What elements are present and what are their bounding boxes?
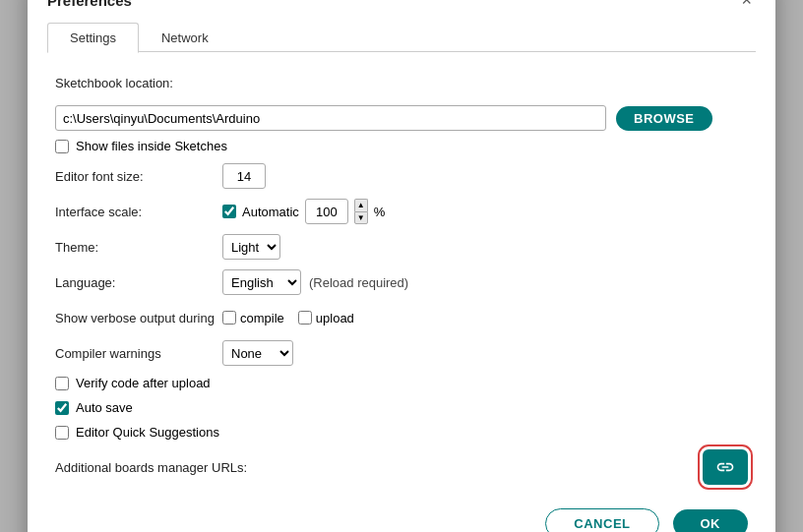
close-button[interactable]: ×	[737, 0, 756, 11]
verify-code-row: Verify code after upload	[55, 376, 748, 390]
scale-down-button[interactable]: ▼	[354, 211, 368, 224]
sketchbook-path-row: BROWSE	[55, 105, 748, 131]
auto-save-row: Auto save	[55, 400, 748, 415]
editor-font-size-label: Editor font size:	[55, 169, 222, 184]
quick-suggestions-label: Editor Quick Suggestions	[76, 425, 219, 440]
dialog-header: Preferences ×	[28, 0, 775, 11]
boards-url-row: Additional boards manager URLs:	[55, 449, 748, 485]
compile-label: compile	[240, 311, 284, 325]
scale-controls: Automatic ▲ ▼ %	[222, 199, 385, 224]
boards-url-label: Additional boards manager URLs:	[55, 460, 703, 475]
reload-hint: (Reload required)	[309, 275, 408, 290]
sketchbook-label: Sketchbook location:	[55, 76, 222, 90]
compiler-warnings-row: Compiler warnings None Default More All	[55, 340, 748, 366]
language-label: Language:	[55, 275, 222, 290]
cancel-button[interactable]: CANCEL	[545, 508, 658, 532]
dialog-body: Sketchbook location: BROWSE Show files i…	[28, 52, 775, 495]
theme-row: Theme: Light Dark	[55, 234, 748, 260]
scale-spinner: ▲ ▼	[354, 199, 368, 224]
interface-scale-label: Interface scale:	[55, 205, 222, 219]
language-select[interactable]: English Español Français	[222, 269, 301, 295]
scale-value-input[interactable]	[305, 199, 348, 224]
quick-suggestions-checkbox[interactable]	[55, 426, 69, 440]
tab-network[interactable]: Network	[139, 23, 231, 53]
compile-checkbox[interactable]	[222, 311, 236, 325]
auto-save-label: Auto save	[76, 400, 133, 415]
sketchbook-path-input[interactable]	[55, 105, 606, 131]
auto-scale-label: Automatic	[242, 205, 299, 219]
theme-label: Theme:	[55, 240, 222, 255]
compiler-warnings-label: Compiler warnings	[55, 346, 222, 361]
verify-code-label: Verify code after upload	[76, 376, 211, 390]
preferences-dialog: Preferences × Settings Network Sketchboo…	[28, 0, 775, 532]
scale-unit: %	[374, 205, 386, 219]
show-files-checkbox[interactable]	[55, 140, 69, 153]
editor-font-size-input[interactable]	[222, 163, 266, 189]
scale-up-button[interactable]: ▲	[354, 199, 368, 211]
show-files-label: Show files inside Sketches	[76, 139, 227, 153]
ok-button[interactable]: OK	[673, 509, 749, 532]
verify-code-checkbox[interactable]	[55, 377, 69, 390]
upload-label: upload	[316, 311, 354, 325]
theme-select[interactable]: Light Dark	[222, 234, 280, 260]
auto-scale-checkbox[interactable]	[222, 205, 236, 218]
editor-font-size-row: Editor font size:	[55, 163, 748, 189]
tab-settings[interactable]: Settings	[47, 23, 139, 53]
boards-url-button[interactable]	[703, 449, 748, 485]
sketchbook-row: Sketchbook location:	[55, 70, 748, 95]
verbose-label: Show verbose output during	[55, 311, 222, 325]
verbose-row: Show verbose output during compile uploa…	[55, 305, 748, 330]
compiler-warnings-select[interactable]: None Default More All	[222, 340, 293, 366]
quick-suggestions-row: Editor Quick Suggestions	[55, 425, 748, 440]
interface-scale-row: Interface scale: Automatic ▲ ▼ %	[55, 199, 748, 224]
dialog-footer: CANCEL OK	[28, 495, 775, 532]
browse-button[interactable]: BROWSE	[616, 106, 712, 131]
show-files-row: Show files inside Sketches	[55, 139, 748, 153]
verbose-options: compile upload	[222, 311, 354, 325]
auto-save-checkbox[interactable]	[55, 401, 69, 415]
link-icon	[715, 457, 735, 477]
tabs-bar: Settings Network	[47, 21, 756, 52]
dialog-title: Preferences	[47, 0, 132, 9]
upload-checkbox[interactable]	[298, 311, 312, 325]
language-row: Language: English Español Français (Relo…	[55, 269, 748, 295]
